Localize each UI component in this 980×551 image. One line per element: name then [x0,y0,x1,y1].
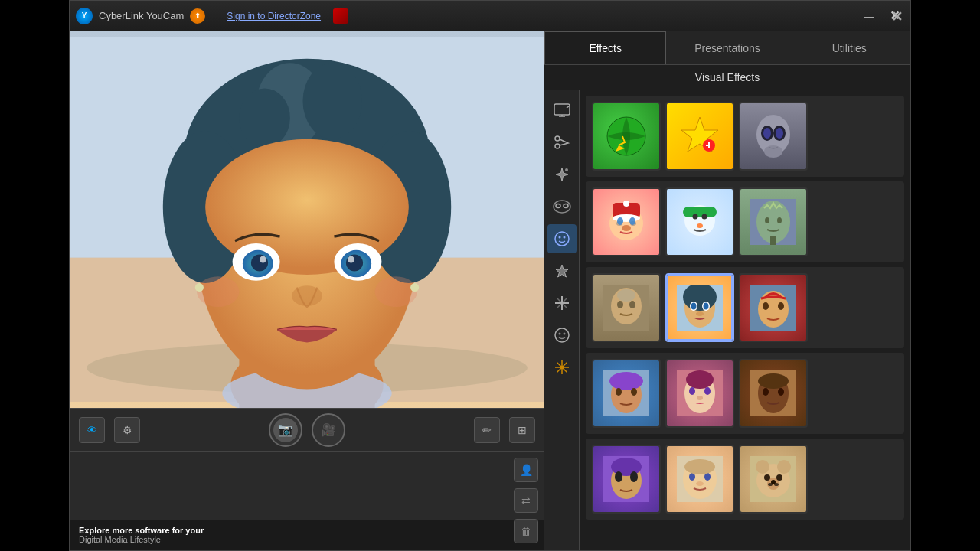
svg-point-102 [758,373,789,389]
svg-point-26 [410,283,419,292]
svg-point-125 [771,480,776,484]
svg-point-70 [777,217,782,223]
svg-point-34 [555,232,569,246]
sidebar-icon-face[interactable] [547,224,577,253]
effect-avatar2[interactable] [665,273,734,342]
effect-buddha[interactable] [592,273,661,342]
effect-anime[interactable] [592,445,661,514]
svg-point-75 [617,301,623,308]
svg-point-29 [555,144,560,148]
svg-point-74 [617,289,635,302]
svg-point-50 [764,145,782,158]
svg-point-122 [776,474,782,481]
eye-button[interactable]: 👁 [79,417,105,443]
sidebar-icon-screen[interactable] [547,96,577,125]
svg-point-103 [763,388,769,396]
record-button[interactable]: 🎥 [312,413,345,447]
svg-point-21 [348,256,354,263]
tab-utilities[interactable]: Utilities [789,31,910,64]
tab-bar: Effects Presentations Utilities ✕ [544,31,910,65]
svg-point-69 [765,217,769,223]
svg-point-40 [560,366,564,369]
tab-presentations[interactable]: Presentations [666,31,788,64]
bottom-icons: 👤 ⇄ 🗑 [514,458,538,543]
svg-point-84 [696,311,704,316]
effect-globe[interactable] [592,102,661,171]
effect-thumb-bear [740,446,806,512]
svg-point-54 [622,225,631,231]
app-window: Y CyberLink YouCam ⬆ Sign in to Director… [69,0,911,551]
person-icon-btn[interactable]: 👤 [514,458,538,482]
capture-button[interactable]: 📷 [269,413,302,447]
effect-thumb-alien [740,103,806,169]
delete-icon-btn[interactable]: 🗑 [514,519,538,543]
tab-effects[interactable]: Effects [544,31,666,64]
svg-point-49 [776,128,783,139]
camera-view [70,31,544,408]
sidebar-icon-sparkle[interactable] [547,160,577,189]
brush-button[interactable]: ✏ [474,417,500,443]
svg-rect-71 [770,236,776,245]
effect-thumb-face2 [667,446,733,512]
layout-button[interactable]: ⊞ [509,417,535,443]
panel-close-button[interactable]: ✕ [891,8,903,25]
svg-point-11 [302,63,362,139]
sidebar-icon-cross[interactable] [547,289,577,318]
effect-alien[interactable] [739,102,808,171]
effect-thumb-santa [593,189,659,255]
explore-text1: Explore more software for your [79,526,535,535]
avatar-container [70,31,544,408]
minimize-button[interactable]: — [859,8,879,24]
effect-thumb-snowman [667,189,733,255]
svg-point-109 [630,471,638,482]
effect-santa[interactable] [592,187,661,256]
effect-snowman[interactable] [665,187,734,256]
sidebar-icon-smiley[interactable] [547,321,577,350]
svg-point-112 [689,473,695,481]
svg-point-20 [346,254,363,271]
title-bar-left: Y CyberLink YouCam ⬆ Sign in to Director… [76,8,859,24]
svg-point-53 [612,214,640,222]
director-zone-icon[interactable] [333,8,348,24]
capture-inner: 📷 [273,418,298,442]
sidebar-icon-star2[interactable] [547,256,577,285]
effect-liberty[interactable] [739,187,808,256]
effect-thumb-globe [593,103,659,169]
effect-face2[interactable] [665,445,734,514]
effects-grid-container[interactable] [580,90,910,550]
settings-button[interactable]: ⚙ [114,417,140,443]
svg-point-107 [611,458,642,476]
svg-point-22 [292,285,322,306]
svg-point-64 [697,223,703,228]
svg-point-91 [609,372,643,390]
svg-point-25 [195,283,204,292]
svg-point-98 [704,387,710,395]
share-icon-btn[interactable]: ⇄ [514,488,538,513]
svg-point-119 [777,460,791,474]
effect-bear[interactable] [739,445,808,514]
svg-point-76 [629,301,635,308]
effect-thumb-avatar2 [667,275,733,341]
explore-banner: Explore more software for your Digital M… [70,520,544,550]
effect-samurai[interactable] [592,359,661,428]
svg-point-121 [764,474,770,481]
sidebar-icon-mask[interactable] [547,192,577,221]
effect-geisha[interactable] [665,359,734,428]
effect-star[interactable] [665,102,734,171]
sidebar-icon-snowflake[interactable] [547,353,577,382]
svg-point-108 [615,471,622,482]
svg-point-57 [617,217,623,225]
effects-row-5 [586,439,904,520]
sidebar-icon-scissors[interactable] [547,128,577,157]
svg-point-37 [555,328,569,342]
app-title: CyberLink YouCam [99,10,184,21]
svg-point-32 [556,204,560,208]
bottom-panel: 👤 ⇄ 🗑 Explore more software for your Dig… [70,451,544,550]
effects-sidebar [544,90,580,550]
update-icon[interactable]: ⬆ [190,8,205,24]
sign-in-link[interactable]: Sign in to DirectorZone [227,11,321,21]
effect-dark[interactable] [739,359,808,428]
effect-warrior[interactable] [739,273,808,342]
svg-point-82 [691,303,697,310]
svg-point-88 [778,302,784,310]
